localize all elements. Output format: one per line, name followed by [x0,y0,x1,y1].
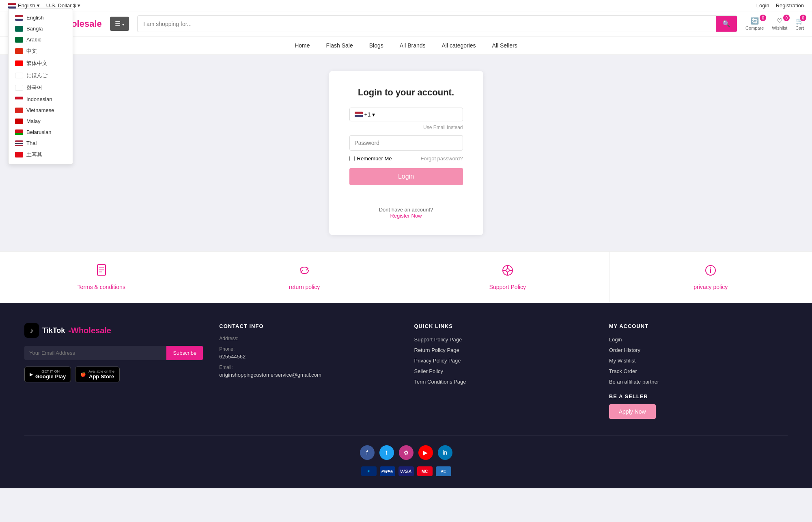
policy-section: Terms & conditions return policy Support… [0,251,812,303]
language-option-label: Indonesian [26,96,52,102]
nav-flash-sale[interactable]: Flash Sale [326,41,353,50]
return-policy-item[interactable]: return policy [203,252,407,302]
language-selector[interactable]: English ▾ [8,2,40,9]
seller-policy-link[interactable]: Seller Policy [414,368,444,374]
my-account-login-link[interactable]: Login [609,336,622,343]
compare-label: Compare [745,26,764,30]
youtube-icon[interactable]: ▶ [418,445,433,460]
language-option-label: にほんご [26,72,47,79]
language-option[interactable]: Indonesian [9,94,73,105]
language-option[interactable]: Thai [9,138,73,149]
nav-home[interactable]: Home [295,41,310,50]
language-option-label: Vietnamese [26,107,54,113]
language-option-label: 繁体中文 [26,60,47,67]
subscribe-button[interactable]: Subscribe [166,346,203,360]
cart-button[interactable]: 🛒 0 Cart [795,17,804,30]
language-option[interactable]: English [9,12,73,23]
svg-point-12 [710,267,711,269]
footer-logo[interactable]: ♪ TikTok-Wholesale [24,323,203,338]
compare-button[interactable]: 🔄 0 Compare [745,17,764,30]
contact-title: CONTACT INFO [219,323,398,329]
support-policy-link[interactable]: Support Policy Page [414,336,462,343]
facebook-icon[interactable]: f [360,445,375,460]
list-item: Privacy Policy Page [414,357,593,364]
app-store-button[interactable]: 🍎 Available on the App Store [75,367,120,382]
language-option[interactable]: 繁体中文 [9,57,73,69]
search-input[interactable] [138,17,716,31]
language-option[interactable]: 土耳其 [9,149,73,161]
currency-selector[interactable]: U.S. Dollar $ ▾ [46,2,81,9]
footer-logo-section: ♪ TikTok-Wholesale Subscribe ▶ GET IT ON… [24,323,203,419]
track-order-link[interactable]: Track Order [609,368,637,374]
twitter-icon[interactable]: t [379,445,394,460]
support-label: Support Policy [489,284,526,290]
order-history-link[interactable]: Order History [609,347,640,353]
my-account-title: MY ACCOUNT [609,323,788,329]
language-option-flag [15,48,23,54]
search-button[interactable]: 🔍 [716,16,737,32]
instagram-icon[interactable]: ✿ [399,445,414,460]
remember-me-label[interactable]: Remember Me [349,155,392,162]
login-button[interactable]: Login [349,168,463,185]
list-item: Login [609,336,788,343]
language-selector-wrapper: English ▾ EnglishBanglaArabic中文繁体中文にほんご한… [8,2,40,9]
language-option[interactable]: にほんご [9,69,73,82]
language-option-flag [15,152,23,157]
language-option[interactable]: Belarusian [9,127,73,138]
language-option[interactable]: Arabic [9,34,73,45]
hamburger-button[interactable]: ☰ ▾ [110,17,129,31]
linkedin-icon[interactable]: in [438,445,452,460]
terms-conditions-link[interactable]: Term Conditions Page [414,379,466,385]
language-label: English [18,2,35,9]
language-option[interactable]: Bangla [9,23,73,34]
password-input[interactable] [349,135,463,151]
list-item: Track Order [609,367,788,375]
top-bar: English ▾ EnglishBanglaArabic中文繁体中文にほんご한… [0,0,812,11]
return-policy-link[interactable]: Return Policy Page [414,347,459,353]
wishlist-button[interactable]: ♡ 0 Wishlist [772,17,787,30]
forgot-password-link[interactable]: Forgot password? [420,155,463,162]
language-option[interactable]: 中文 [9,45,73,57]
quick-links-list: Support Policy Page Return Policy Page P… [414,336,593,385]
language-option-flag [15,119,23,124]
main-content: Login to your account. +1 ▾ Use Email In… [0,55,812,251]
mastercard-payment-icon: MC [417,466,433,476]
language-option-flag [15,26,23,32]
apply-now-button[interactable]: Apply Now [609,404,656,419]
nav-all-sellers[interactable]: All Sellers [492,41,517,50]
language-option[interactable]: 한국어 [9,82,73,94]
remember-checkbox[interactable] [349,156,355,161]
list-item: My Wishlist [609,357,788,364]
footer-my-account: MY ACCOUNT Login Order History My Wishli… [609,323,788,419]
email-subscription-input[interactable] [24,346,166,360]
support-icon [501,264,514,280]
visa-payment-icon: VISA [398,466,414,476]
phone-flag-selector[interactable]: +1 ▾ [355,111,375,118]
privacy-policy-item[interactable]: privacy policy [610,252,812,302]
email-subscription-form: Subscribe [24,346,203,360]
language-option-label: Arabic [26,37,41,43]
support-policy-item[interactable]: Support Policy [406,252,610,302]
privacy-policy-link[interactable]: Privacy Policy Page [414,358,461,364]
my-wishlist-link[interactable]: My Wishlist [609,358,636,364]
cart-badge: 0 [800,15,806,21]
top-bar-left: English ▾ EnglishBanglaArabic中文繁体中文にほんご한… [8,2,80,9]
affiliate-partner-link[interactable]: Be an affiliate partner [609,379,659,385]
nav-all-categories[interactable]: All categories [442,41,476,50]
use-email-link[interactable]: Use Email Instead [349,125,463,130]
divider [349,200,463,200]
google-play-button[interactable]: ▶ GET IT ON Google Play [24,367,71,382]
header: ♪ TikTok-Wholesale ☰ ▾ 🔍 🔄 0 Compare ♡ 0… [0,11,812,37]
nav-all-brands[interactable]: All Brands [400,41,426,50]
wishlist-label: Wishlist [772,26,787,30]
terms-conditions-item[interactable]: Terms & conditions [0,252,203,302]
list-item: Order History [609,346,788,354]
nav-blogs[interactable]: Blogs [369,41,383,50]
registration-link[interactable]: Registration [776,2,804,9]
language-option[interactable]: Vietnamese [9,105,73,116]
app-buttons: ▶ GET IT ON Google Play 🍎 Available on t… [24,367,203,382]
login-link[interactable]: Login [756,2,769,9]
language-option[interactable]: Malay [9,116,73,127]
phone-input-row[interactable]: +1 ▾ [349,108,463,121]
register-now-link[interactable]: Register Now [390,213,422,219]
